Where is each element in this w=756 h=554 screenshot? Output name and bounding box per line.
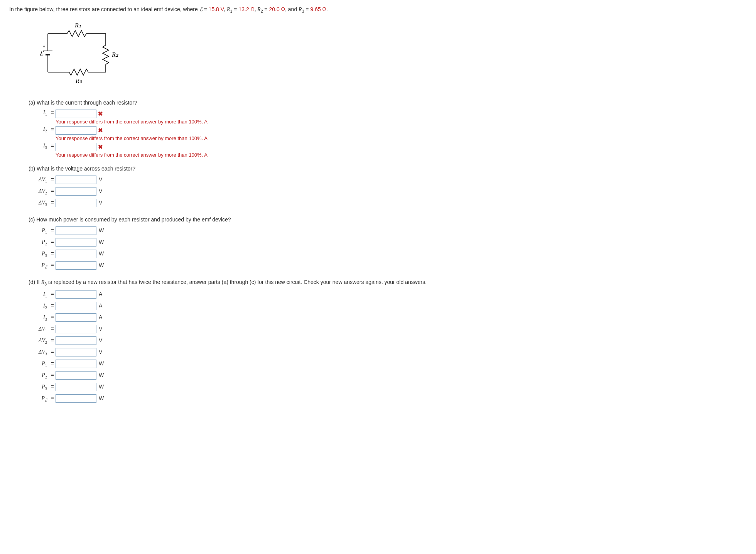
equals-sign: = — [49, 188, 56, 194]
unit-label: W — [99, 395, 104, 401]
answer-row: I3=A — [29, 313, 747, 323]
part-c-input-3[interactable] — [56, 261, 96, 270]
equals-sign: = — [49, 372, 56, 378]
part-d-input-5[interactable] — [56, 348, 96, 356]
unit-label: W — [99, 372, 104, 378]
equals-sign: = — [49, 314, 56, 320]
part-b-rows: ΔV1=VΔV2=VΔV3=V — [29, 176, 747, 209]
equals-sign: = — [49, 302, 56, 309]
var-label: ΔV3 — [29, 200, 49, 207]
answer-row: ΔV3=V — [29, 199, 747, 209]
r3-value: 9.65 Ω — [310, 6, 326, 12]
feedback-text: Your response differs from the correct a… — [56, 135, 208, 141]
unit-label: A — [99, 291, 102, 297]
r1-value: 13.2 Ω — [238, 6, 255, 12]
unit-label: A — [99, 302, 102, 309]
part-a-rows: I1= ✖Your response differs from the corr… — [29, 110, 747, 158]
var-label: I2 — [29, 303, 49, 310]
answer-row: I1=A — [29, 290, 747, 300]
part-d-input-7[interactable] — [56, 371, 96, 380]
equals-sign: = — [49, 262, 56, 268]
part-d-heading: (d) If R3 is replaced by a new resistor … — [29, 279, 747, 286]
part-c-input-2[interactable] — [56, 250, 96, 258]
part-a-heading: (a) What is the current through each res… — [29, 100, 747, 106]
part-a-input-2[interactable] — [56, 143, 96, 151]
answer-row: I2=A — [29, 302, 747, 312]
var-label: Pℰ — [29, 262, 49, 269]
var-label: P1 — [29, 361, 49, 368]
answer-row: P3=W — [29, 383, 747, 393]
unit-label: W — [99, 227, 104, 233]
var-label: I1 — [29, 110, 49, 117]
unit-label: W — [99, 262, 104, 268]
minus-sign: − — [42, 55, 46, 61]
var-label: P2 — [29, 239, 49, 246]
part-d-rows: I1=AI2=AI3=AΔV1=VΔV2=VΔV3=VP1=WP2=WP3=WP… — [29, 290, 747, 404]
equals-sign: = — [49, 227, 56, 233]
intro-text: In the figure below, three resistors are… — [9, 6, 199, 12]
equals-sign: = — [49, 326, 56, 332]
var-label: P3 — [29, 384, 49, 391]
equals-sign: = — [49, 110, 56, 116]
answer-row: ΔV2=V — [29, 187, 747, 197]
part-d-input-9[interactable] — [56, 394, 96, 403]
answer-row: ΔV1=V — [29, 325, 747, 335]
var-label: I2 — [29, 126, 49, 133]
r1-label: R₁ — [74, 22, 81, 29]
answer-row: I1= ✖Your response differs from the corr… — [29, 110, 747, 125]
part-d-input-0[interactable] — [56, 290, 96, 299]
wrong-icon: ✖ — [96, 127, 103, 133]
part-c-input-1[interactable] — [56, 238, 96, 247]
answer-row: ΔV1=V — [29, 176, 747, 186]
equals-sign: = — [49, 176, 56, 182]
answer-row: P1=W — [29, 226, 747, 236]
answer-row: Pℰ=W — [29, 261, 747, 271]
unit-label: W — [99, 239, 104, 245]
part-d-input-1[interactable] — [56, 302, 96, 310]
answer-row: ΔV2=V — [29, 336, 747, 346]
part-c-input-0[interactable] — [56, 226, 96, 235]
equals-sign: = — [49, 126, 56, 132]
var-label: P2 — [29, 372, 49, 379]
part-b-input-1[interactable] — [56, 187, 96, 196]
part-a-input-1[interactable] — [56, 126, 96, 135]
equals-sign: = — [49, 337, 56, 343]
unit-label: W — [99, 250, 104, 257]
wrong-icon: ✖ — [96, 110, 103, 117]
part-d-input-8[interactable] — [56, 383, 96, 391]
unit-label: W — [99, 383, 104, 390]
part-d-input-3[interactable] — [56, 325, 96, 333]
part-b-input-2[interactable] — [56, 199, 96, 207]
part-a-input-0[interactable] — [56, 110, 96, 118]
var-label: Pℰ — [29, 395, 49, 402]
equals-sign: = — [49, 395, 56, 401]
var-label: P3 — [29, 251, 49, 258]
part-d-input-4[interactable] — [56, 336, 96, 345]
part-c-rows: P1=WP2=WP3=WPℰ=W — [29, 226, 747, 271]
wrong-icon: ✖ — [96, 143, 103, 150]
equals-sign: = — [49, 250, 56, 257]
plus-sign: + — [42, 44, 46, 49]
unit-label: W — [99, 360, 104, 367]
part-b: (b) What is the voltage across each resi… — [29, 166, 747, 209]
r2-value: 20.0 Ω — [269, 6, 285, 12]
part-d: (d) If R3 is replaced by a new resistor … — [29, 279, 747, 404]
var-label: I1 — [29, 291, 49, 298]
equals-sign: = — [49, 291, 56, 297]
problem-statement: In the figure below, three resistors are… — [9, 6, 747, 14]
part-d-input-2[interactable] — [56, 313, 96, 322]
var-label: P1 — [29, 228, 49, 235]
answer-row: Pℰ=W — [29, 394, 747, 404]
answer-row: P3=W — [29, 250, 747, 260]
answer-row: ΔV3=V — [29, 348, 747, 358]
equals-sign: = — [49, 239, 56, 245]
part-a: (a) What is the current through each res… — [29, 100, 747, 158]
equals-sign: = — [49, 360, 56, 367]
circuit-svg: R₁ R₂ R₃ ℰ + − — [29, 18, 121, 88]
answer-row: P1=W — [29, 360, 747, 370]
answer-row: I2= ✖Your response differs from the corr… — [29, 126, 747, 141]
r2-label: R₂ — [111, 51, 118, 58]
part-d-input-6[interactable] — [56, 360, 96, 368]
unit-label: V — [99, 188, 102, 194]
part-b-input-0[interactable] — [56, 176, 96, 184]
